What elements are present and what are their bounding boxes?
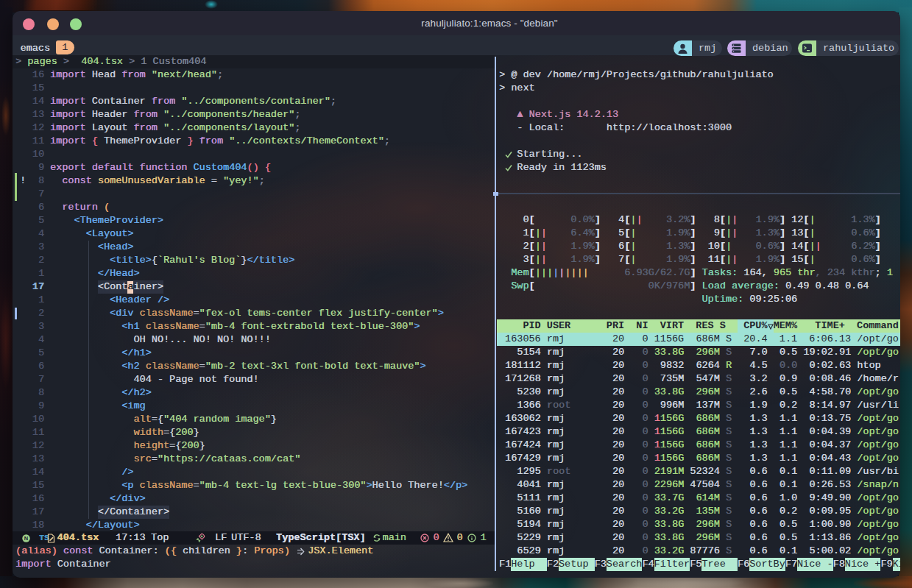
svg-text:N: N	[24, 535, 28, 542]
